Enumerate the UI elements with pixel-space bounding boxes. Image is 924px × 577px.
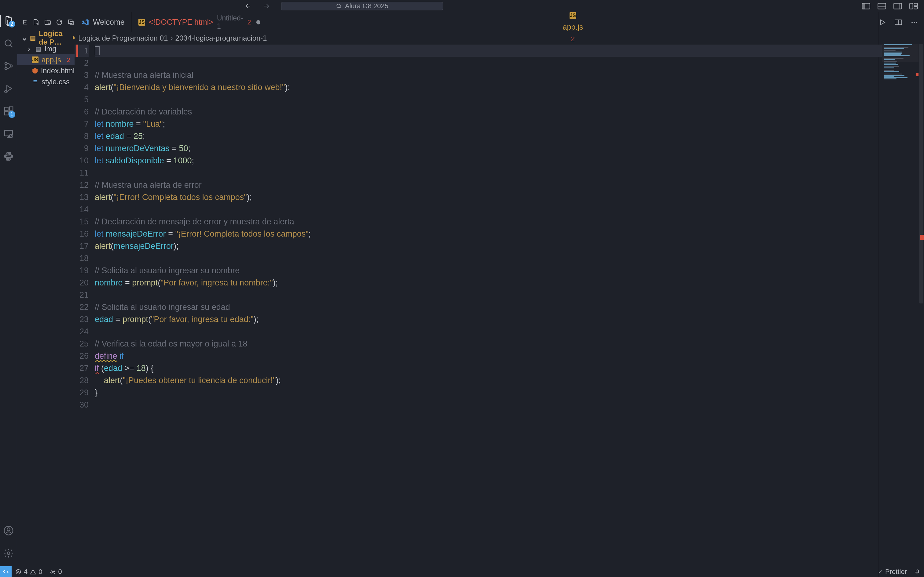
code-line[interactable] xyxy=(95,399,882,411)
js-file-icon: JS xyxy=(32,56,39,63)
explorer-title: E xyxy=(23,19,27,26)
scrollbar-thumb[interactable] xyxy=(919,44,923,303)
svg-point-32 xyxy=(916,22,917,23)
code-line[interactable]: // Solicita al usuario ingresar su edad xyxy=(95,301,882,313)
code-line[interactable]: } xyxy=(95,387,882,399)
explorer-new-folder-button[interactable] xyxy=(44,19,51,26)
code-line[interactable]: alert(mensajeDeError); xyxy=(95,240,882,252)
code-line[interactable]: let numeroDeVentas = 50; xyxy=(95,142,882,155)
svg-rect-3 xyxy=(878,3,886,9)
activity-explorer[interactable]: 2 xyxy=(0,14,17,27)
remote-indicator[interactable] xyxy=(0,566,11,577)
layout-primary-sidebar-button[interactable] xyxy=(862,2,870,10)
svg-rect-2 xyxy=(862,3,865,9)
code-line[interactable]: // Muestra una alerta inicial xyxy=(95,69,882,81)
run-file-button[interactable] xyxy=(879,19,886,26)
code-line[interactable]: let edad = 25; xyxy=(95,130,882,142)
chevron-right-icon: › xyxy=(171,34,173,42)
code-line[interactable]: // Declaración de variables xyxy=(95,106,882,118)
activity-accounts[interactable] xyxy=(0,524,17,537)
editor-tabs: Welcome JS <!DOCTYPE html> Untitled-1 2 … xyxy=(74,12,924,32)
code-line[interactable]: let nombre = "Lua"; xyxy=(95,118,882,130)
chevron-right-icon: › xyxy=(26,45,32,53)
code-line[interactable]: // Solicita al usuario ingresar su nombr… xyxy=(95,264,882,277)
file-name: app.js xyxy=(42,56,61,64)
breadcrumb-item[interactable]: Logica de Programacion 01 xyxy=(78,34,168,42)
tab-label: app.js xyxy=(563,23,583,31)
svg-rect-5 xyxy=(894,3,902,9)
warning-count: 0 xyxy=(39,568,42,576)
split-editor-button[interactable] xyxy=(895,19,902,26)
tree-root-folder[interactable]: ⌄ ▤ Logica de P… xyxy=(17,32,74,44)
svg-point-34 xyxy=(52,571,53,572)
ports-count: 0 xyxy=(58,568,62,576)
text-editor[interactable]: 1234567891011121314151617181920212223242… xyxy=(74,44,924,566)
minimap[interactable] xyxy=(882,44,919,566)
svg-rect-16 xyxy=(5,111,8,115)
tab-sublabel: Untitled-1 xyxy=(217,14,244,31)
code-line[interactable]: alert("¡Error! Completa todos los campos… xyxy=(95,191,882,203)
code-line[interactable] xyxy=(95,167,882,179)
activity-python[interactable] xyxy=(0,150,17,163)
code-line[interactable]: nombre = prompt("Por favor, ingresa tu n… xyxy=(95,277,882,289)
status-problems[interactable]: 4 0 xyxy=(11,566,46,577)
status-notifications[interactable] xyxy=(911,566,924,577)
code-line[interactable] xyxy=(95,57,882,69)
code-line[interactable]: // Verifica si la edad es mayor o igual … xyxy=(95,338,882,350)
code-line[interactable]: alert("¡Puedes obtener tu licencia de co… xyxy=(95,374,882,387)
code-line[interactable] xyxy=(95,326,882,338)
status-ports[interactable]: 0 xyxy=(46,566,66,577)
layout-customize-button[interactable] xyxy=(909,2,918,10)
nav-back-button[interactable] xyxy=(244,2,252,10)
editor-scrollbar[interactable] xyxy=(919,44,924,566)
svg-rect-9 xyxy=(914,6,918,9)
command-center-search[interactable]: Alura G8 2025 xyxy=(281,2,443,10)
activity-remote-explorer[interactable] xyxy=(0,127,17,140)
tab-untitled-html[interactable]: JS <!DOCTYPE html> Untitled-1 2 xyxy=(132,12,267,32)
code-line[interactable]: alert("¡Bienvenida y bienvenido a nuestr… xyxy=(95,81,882,93)
layout-secondary-sidebar-button[interactable] xyxy=(893,2,902,10)
code-line[interactable]: // Muestra una alerta de error xyxy=(95,179,882,191)
activity-source-control[interactable] xyxy=(0,59,17,73)
folder-icon: ▤ xyxy=(35,45,42,52)
activity-debug[interactable] xyxy=(0,82,17,95)
svg-point-31 xyxy=(914,22,915,23)
tree-file[interactable]: ⬢index.html xyxy=(17,65,74,76)
tree-file[interactable]: JSapp.js2 xyxy=(17,54,74,65)
svg-rect-8 xyxy=(914,3,918,6)
activity-settings[interactable] xyxy=(0,546,17,560)
code-line[interactable] xyxy=(95,93,882,106)
file-tree: ⌄ ▤ Logica de P… ›▤imgJSapp.js2⬢index.ht… xyxy=(17,32,74,87)
explorer-new-file-button[interactable] xyxy=(32,19,40,26)
code-line[interactable] xyxy=(95,203,882,216)
editor-more-button[interactable] xyxy=(911,19,918,26)
line-number-gutter: 1234567891011121314151617181920212223242… xyxy=(74,44,94,566)
editor-group: Welcome JS <!DOCTYPE html> Untitled-1 2 … xyxy=(74,12,924,566)
code-line[interactable]: let mensajeDeError = "¡Error! Completa t… xyxy=(95,228,882,240)
code-line[interactable]: // Declaración de mensaje de error y mue… xyxy=(95,216,882,228)
minimap-viewport[interactable] xyxy=(882,44,919,62)
code-line[interactable]: if (edad >= 18) { xyxy=(95,362,882,374)
tab-welcome[interactable]: Welcome xyxy=(74,12,132,32)
layout-panel-button[interactable] xyxy=(877,2,886,10)
code-line[interactable]: let saldoDisponible = 1000; xyxy=(95,155,882,167)
explorer-refresh-button[interactable] xyxy=(56,19,63,26)
code-content[interactable]: // Muestra una alerta inicialalert("¡Bie… xyxy=(94,44,882,566)
code-line[interactable] xyxy=(95,45,882,57)
svg-rect-7 xyxy=(909,3,913,9)
svg-point-14 xyxy=(5,90,7,93)
activity-search[interactable] xyxy=(0,37,17,50)
search-placeholder: Alura G8 2025 xyxy=(345,2,388,10)
explorer-collapse-button[interactable] xyxy=(67,19,74,26)
title-bar: Alura G8 2025 xyxy=(0,0,924,12)
code-line[interactable]: edad = prompt("Por favor, ingresa tu eda… xyxy=(95,313,882,326)
code-line[interactable] xyxy=(95,252,882,264)
extensions-badge: 1 xyxy=(8,111,15,118)
tree-folder[interactable]: ›▤img xyxy=(17,44,74,54)
file-name: style.css xyxy=(42,77,69,86)
code-line[interactable] xyxy=(95,289,882,301)
code-line[interactable]: define if xyxy=(95,350,882,362)
svg-point-23 xyxy=(7,552,10,555)
activity-extensions[interactable]: 1 xyxy=(0,105,17,118)
tree-file[interactable]: ≡style.css xyxy=(17,76,74,87)
